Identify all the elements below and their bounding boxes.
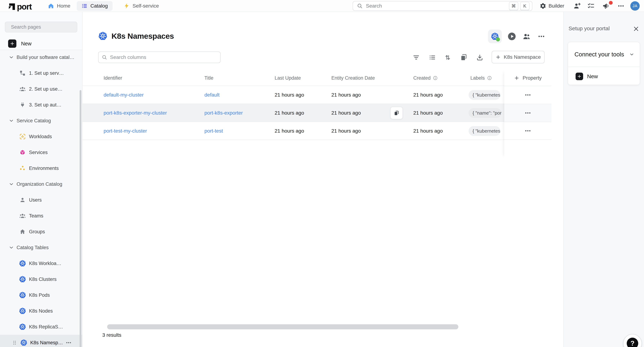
plug-icon [18,101,26,109]
add-k8s-namespace-button[interactable]: K8s Namespace [492,51,544,63]
sidebar-item-workloads[interactable]: Workloads [0,129,82,145]
cell-identifier[interactable]: port-test-my-cluster [104,122,147,140]
sidebar-section-service-catalog[interactable]: Service Catalog [0,113,82,129]
table-header: Identifier Title Last Update Entity Crea… [82,70,552,86]
exporter-status-button[interactable] [488,30,502,43]
nav-home[interactable]: Home [48,0,70,12]
sidebar-section-build-your-software-catalog[interactable]: Build your software catal… [0,49,82,65]
sort-button[interactable] [444,54,452,62]
builder-button[interactable]: Builder [540,0,564,12]
divider [568,67,640,67]
labels-pill[interactable]: { "name": "por [468,108,502,118]
k8s-icon [20,339,28,347]
add-property-button[interactable]: Property [504,70,552,86]
nav-self-service[interactable]: Self-service [124,0,159,12]
search-columns-input[interactable] [110,54,217,60]
connect-tools-accordion[interactable]: Connect your tools [568,42,640,67]
labels-pill[interactable]: { "kubernetes [468,90,500,100]
sidebar-item-environments[interactable]: Environments [0,160,82,176]
sidebar-item-k8s-replicasets[interactable]: K8s ReplicaS… [0,319,82,335]
copy-view-button[interactable] [460,54,468,62]
lightning-icon [124,3,130,9]
copy-value-button[interactable] [390,107,403,119]
runs-button[interactable] [587,0,595,12]
table-bottom-border [82,140,552,140]
table-actions-column: Property [504,70,552,158]
cell-title[interactable]: default [204,86,220,104]
cell-entity-creation-date: 21 hours ago [331,86,361,104]
cell-identifier[interactable]: port-k8s-exporter-my-cluster [104,104,167,122]
table-row[interactable]: port-k8s-exporter-my-cluster port-k8s-ex… [82,104,552,122]
panel-new-button[interactable]: New [576,71,598,82]
sidebar-item-k8s-nodes[interactable]: K8s Nodes [0,303,82,319]
chevron-down-icon [9,55,14,60]
search-columns[interactable] [98,52,220,63]
sidebar-item-set-up-service[interactable]: 1. Set up serv… [0,65,82,81]
column-header-identifier[interactable]: Identifier [104,70,122,86]
sidebar-item-teams[interactable]: Teams [0,208,82,224]
port-logo[interactable]: port [8,2,32,12]
close-panel-button[interactable] [632,25,640,33]
cell-identifier[interactable]: default-my-cluster [104,86,144,104]
nav-catalog[interactable]: Catalog [77,1,112,11]
avatar[interactable]: JA [630,1,640,11]
cube-icon [18,148,26,156]
person-add-icon [574,2,581,10]
more-menu-button[interactable] [617,0,624,12]
port-logo-icon [8,3,16,10]
table-row[interactable]: port-test-my-cluster port-test 21 hours … [82,122,552,140]
main-content: K8s Namespaces K8s Namespace [82,12,563,347]
horizontal-scrollbar[interactable] [107,324,458,329]
column-header-title[interactable]: Title [204,70,214,86]
sidebar-item-services[interactable]: Services [0,145,82,160]
sidebar-item-k8s-clusters[interactable]: K8s Clusters [0,271,82,287]
cell-title[interactable]: port-test [204,122,223,140]
ellipsis-icon [538,33,545,40]
sort-icon [444,54,451,61]
column-header-last-update[interactable]: Last Update [275,70,301,86]
guide-play-button[interactable] [505,30,519,43]
column-header-labels[interactable]: Labels [470,70,492,86]
sidebar-item-k8s-workloads[interactable]: K8s Workloa… [0,255,82,271]
sidebar-search[interactable] [5,22,77,33]
sidebar-item-k8s-pods[interactable]: K8s Pods [0,287,82,303]
sidebar-search-input[interactable] [11,24,75,30]
sidebar-scrollbar[interactable] [80,90,82,347]
sidebar-section-organization-catalog[interactable]: Organization Catalog [0,176,82,192]
sidebar-item-k8s-namespaces[interactable]: K8s Namesp… [0,335,82,347]
sidebar-item-set-up-users[interactable]: 2. Set up use… [0,81,82,97]
filter-button[interactable] [412,54,420,62]
k8s-icon [18,323,26,331]
filter-icon [412,54,420,61]
page-more-button[interactable] [534,30,548,43]
sidebar-item-set-up-automations[interactable]: 3. Set up aut… [0,97,82,113]
page-title: K8s Namespaces [112,32,174,41]
sidebar-new-button[interactable]: New [8,39,32,48]
column-header-created[interactable]: Created [413,70,438,86]
download-button[interactable] [476,54,484,62]
megaphone-icon [602,2,610,10]
sidebar-section-catalog-tables[interactable]: Catalog Tables [0,240,82,255]
copy-icon [394,110,400,116]
cell-entity-creation-date: 21 hours ago [331,104,361,122]
audience-button[interactable] [520,30,534,43]
sidebar-item-users[interactable]: Users [0,192,82,208]
people-icon [522,32,531,41]
row-more-button[interactable] [504,122,552,140]
row-more-button[interactable] [504,86,552,104]
table-row[interactable]: default-my-cluster default 21 hours ago … [82,86,552,104]
announcements-button[interactable] [602,0,610,12]
column-header-entity-creation-date[interactable]: Entity Creation Date [331,70,375,86]
drag-handle-icon[interactable] [12,340,17,345]
row-more-button[interactable] [504,104,552,122]
cell-title[interactable]: port-k8s-exporter [204,104,243,122]
invite-users-button[interactable] [574,0,581,12]
port-logo-text: port [17,2,32,12]
global-search-input[interactable] [366,3,507,9]
ellipsis-icon [524,110,531,116]
sidebar-item-groups[interactable]: Groups [0,224,82,240]
global-search[interactable]: ⌘ K [352,1,532,11]
group-by-button[interactable] [428,54,436,62]
labels-pill[interactable]: { "kubernetes [468,126,500,136]
ellipsis-icon[interactable] [66,339,72,346]
